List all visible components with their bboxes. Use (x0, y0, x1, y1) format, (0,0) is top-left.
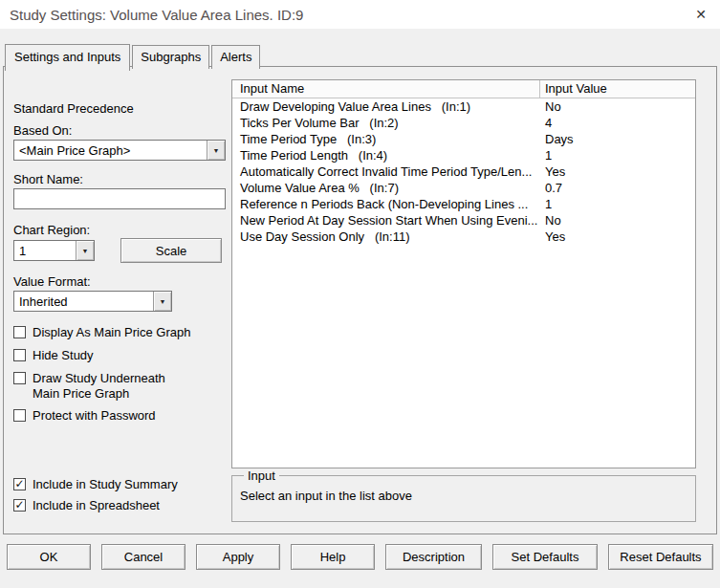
checkbox-box[interactable] (13, 349, 26, 361)
scale-button[interactable]: Scale (120, 238, 222, 263)
ok-button[interactable]: OK (7, 544, 91, 570)
checkbox-label: Display As Main Price Graph (33, 325, 190, 340)
titlebar: Study Settings: Volume Value Area Lines.… (0, 0, 720, 29)
close-icon[interactable]: ✕ (691, 5, 710, 24)
column-header-input-value[interactable]: Input Value (540, 80, 695, 98)
input-name-cell: Automatically Correct Invalid Time Perio… (232, 163, 540, 180)
input-value-cell: 1 (540, 147, 695, 163)
inputs-table: Input Name Input Value Draw Developing V… (231, 79, 696, 468)
study-settings-dialog: Study Settings: Volume Value Area Lines.… (0, 0, 720, 588)
checkbox-box[interactable] (13, 409, 26, 422)
input-value-cell: 1 (540, 196, 695, 212)
input-name-cell: Reference n Periods Back (Non-Developing… (232, 196, 540, 212)
table-row[interactable]: Use Day Session Only (In:11) Yes (232, 229, 695, 245)
checkbox-include-in-study-summary[interactable]: ✓ Include in Study Summary (13, 477, 178, 492)
tab-content-pane: Standard Precedence Based On: <Main Pric… (3, 66, 717, 534)
table-row[interactable]: Ticks Per Volume Bar (In:2) 4 (232, 115, 695, 131)
tab-bar: Settings and Inputs Subgraphs Alerts (5, 44, 262, 69)
chevron-down-icon[interactable]: ▼ (207, 141, 225, 160)
checkbox-label: Protect with Password (33, 408, 156, 424)
standard-precedence-label: Standard Precedence (13, 101, 134, 116)
value-format-select[interactable]: Inherited ▼ (13, 291, 172, 312)
short-name-input[interactable] (13, 188, 226, 209)
input-name-cell: New Period At Day Session Start When Usi… (232, 212, 540, 229)
chart-region-label: Chart Region: (13, 223, 90, 237)
checkbox-label: Draw Study Underneath Main Price Graph (33, 371, 187, 402)
checkbox-box[interactable]: ✓ (13, 478, 26, 490)
table-row[interactable]: Automatically Correct Invalid Time Perio… (232, 163, 695, 180)
tab-settings-and-inputs[interactable]: Settings and Inputs (5, 44, 130, 71)
value-format-value: Inherited (14, 294, 153, 309)
dropdown-arrow-glyph: ▼ (160, 298, 166, 305)
input-value-cell: 4 (540, 115, 695, 131)
checkbox-display-as-main-price-graph[interactable]: Display As Main Price Graph (13, 325, 190, 340)
input-name-cell: Draw Developing Value Area Lines (In:1) (232, 98, 540, 115)
chevron-down-icon[interactable]: ▼ (153, 292, 171, 311)
checkbox-include-in-spreadsheet[interactable]: ✓ Include in Spreadsheet (13, 498, 160, 513)
left-panel: Standard Precedence Based On: <Main Pric… (13, 67, 231, 534)
chart-region-select[interactable]: 1 ▼ (13, 240, 95, 261)
chevron-down-icon[interactable]: ▼ (76, 241, 94, 260)
checkbox-hide-study[interactable]: Hide Study (13, 348, 94, 363)
reset-defaults-button[interactable]: Reset Defaults (608, 544, 713, 570)
dialog-title: Study Settings: Volume Value Area Lines.… (10, 7, 303, 23)
set-defaults-button[interactable]: Set Defaults (492, 544, 598, 570)
table-row[interactable]: Time Period Type (In:3) Days (232, 131, 695, 147)
input-name-cell: Volume Value Area % (In:7) (232, 180, 540, 196)
apply-button[interactable]: Apply (196, 544, 280, 570)
checkbox-label: Hide Study (33, 348, 94, 363)
input-groupbox-title: Input (244, 468, 279, 483)
input-value-cell: 0.7 (540, 180, 695, 196)
dropdown-arrow-glyph: ▼ (213, 147, 220, 154)
table-row[interactable]: Volume Value Area % (In:7) 0.7 (232, 180, 695, 196)
table-row[interactable]: Time Period Length (In:4) 1 (232, 147, 695, 163)
input-name-cell: Ticks Per Volume Bar (In:2) (232, 115, 540, 131)
table-row[interactable]: Draw Developing Value Area Lines (In:1) … (232, 98, 695, 115)
help-button[interactable]: Help (291, 544, 375, 570)
button-row: OK Cancel Apply Help Description Set Def… (0, 544, 720, 570)
input-name-cell: Time Period Length (In:4) (232, 147, 540, 163)
input-value-cell: Yes (540, 163, 695, 180)
dropdown-arrow-glyph: ▼ (82, 248, 89, 254)
tab-subgraphs[interactable]: Subgraphs (132, 45, 209, 69)
input-name-cell: Time Period Type (In:3) (232, 131, 540, 147)
based-on-value: <Main Price Graph> (14, 143, 207, 158)
input-value-cell: No (540, 212, 695, 229)
value-format-label: Value Format: (13, 274, 91, 289)
inputs-table-header: Input Name Input Value (232, 80, 695, 98)
input-value-cell: Days (540, 131, 695, 147)
short-name-label: Short Name: (13, 172, 83, 186)
checkbox-draw-study-underneath[interactable]: Draw Study Underneath Main Price Graph (13, 371, 187, 402)
tab-alerts[interactable]: Alerts (211, 45, 260, 69)
based-on-select[interactable]: <Main Price Graph> ▼ (13, 140, 226, 161)
input-name-cell: Use Day Session Only (In:11) (232, 229, 540, 245)
table-row[interactable]: Reference n Periods Back (Non-Developing… (232, 196, 695, 212)
checkbox-label: Include in Study Summary (33, 477, 178, 492)
checkbox-box[interactable]: ✓ (13, 499, 26, 512)
cancel-button[interactable]: Cancel (101, 544, 185, 570)
checkbox-box[interactable] (13, 372, 26, 384)
checkbox-label: Include in Spreadsheet (33, 498, 160, 513)
input-groupbox: Input Select an input in the list above (231, 468, 696, 522)
column-header-input-name[interactable]: Input Name (232, 80, 540, 98)
input-value-cell: No (540, 98, 695, 115)
based-on-label: Based On: (13, 123, 72, 138)
input-groupbox-message: Select an input in the list above (240, 487, 687, 503)
input-value-cell: Yes (540, 229, 695, 245)
table-row[interactable]: New Period At Day Session Start When Usi… (232, 212, 695, 229)
chart-region-value: 1 (14, 244, 76, 258)
checkbox-box[interactable] (13, 326, 26, 338)
checkbox-protect-with-password[interactable]: Protect with Password (13, 408, 156, 424)
description-button[interactable]: Description (385, 544, 482, 570)
